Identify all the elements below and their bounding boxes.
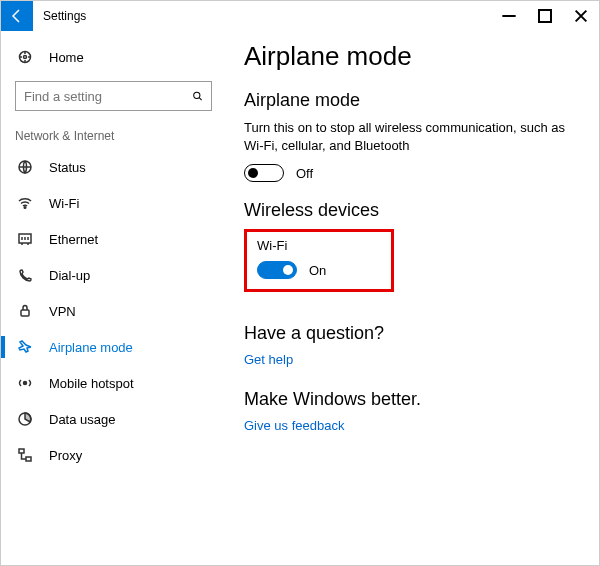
vpn-icon <box>15 303 35 319</box>
sidebar-item-label: Airplane mode <box>49 340 133 355</box>
section-airplane-title: Airplane mode <box>244 90 579 111</box>
svg-rect-10 <box>19 449 24 453</box>
sidebar-section-label: Network & Internet <box>1 125 226 149</box>
page-title: Airplane mode <box>244 41 579 72</box>
svg-point-2 <box>24 56 27 59</box>
airplane-toggle-label: Off <box>296 166 313 181</box>
sidebar-item-wifi[interactable]: Wi-Fi <box>1 185 226 221</box>
sidebar-item-label: Status <box>49 160 86 175</box>
svg-point-5 <box>24 207 26 209</box>
svg-rect-11 <box>26 457 31 461</box>
sidebar-item-label: Dial-up <box>49 268 90 283</box>
window-title: Settings <box>43 9 86 23</box>
question-title: Have a question? <box>244 323 579 344</box>
sidebar-home-label: Home <box>49 50 84 65</box>
svg-point-8 <box>24 382 27 385</box>
minimize-icon <box>501 8 517 24</box>
sidebar-item-dialup[interactable]: Dial-up <box>1 257 226 293</box>
sidebar-item-airplane[interactable]: Airplane mode <box>1 329 226 365</box>
wifi-label: Wi-Fi <box>257 238 381 253</box>
hotspot-icon <box>15 375 35 391</box>
status-icon <box>15 159 35 175</box>
sidebar-item-label: Ethernet <box>49 232 98 247</box>
feedback-title: Make Windows better. <box>244 389 579 410</box>
sidebar-item-ethernet[interactable]: Ethernet <box>1 221 226 257</box>
minimize-button[interactable] <box>491 1 527 31</box>
highlight-box: Wi-Fi On <box>244 229 394 292</box>
sidebar-item-vpn[interactable]: VPN <box>1 293 226 329</box>
wifi-toggle-label: On <box>309 263 326 278</box>
sidebar: Home Network & Internet Status Wi-Fi Eth… <box>1 31 226 565</box>
arrow-left-icon <box>9 8 25 24</box>
maximize-button[interactable] <box>527 1 563 31</box>
sidebar-item-status[interactable]: Status <box>1 149 226 185</box>
sidebar-item-label: Data usage <box>49 412 116 427</box>
sidebar-item-label: Proxy <box>49 448 82 463</box>
home-icon <box>15 49 35 65</box>
svg-rect-0 <box>539 10 551 22</box>
section-airplane-desc: Turn this on to stop all wireless commun… <box>244 119 579 154</box>
sidebar-item-proxy[interactable]: Proxy <box>1 437 226 473</box>
feedback-link[interactable]: Give us feedback <box>244 418 579 433</box>
close-button[interactable] <box>563 1 599 31</box>
sidebar-item-label: VPN <box>49 304 76 319</box>
search-input[interactable] <box>24 89 192 104</box>
sidebar-item-label: Mobile hotspot <box>49 376 134 391</box>
get-help-link[interactable]: Get help <box>244 352 579 367</box>
ethernet-icon <box>15 231 35 247</box>
svg-rect-7 <box>21 310 29 316</box>
dialup-icon <box>15 267 35 283</box>
sidebar-item-hotspot[interactable]: Mobile hotspot <box>1 365 226 401</box>
airplane-toggle[interactable] <box>244 164 284 182</box>
proxy-icon <box>15 447 35 463</box>
maximize-icon <box>537 8 553 24</box>
wifi-icon <box>15 195 35 211</box>
back-button[interactable] <box>1 1 33 31</box>
close-icon <box>573 8 589 24</box>
wifi-toggle[interactable] <box>257 261 297 279</box>
sidebar-item-label: Wi-Fi <box>49 196 79 211</box>
sidebar-item-datausage[interactable]: Data usage <box>1 401 226 437</box>
svg-point-3 <box>194 92 200 98</box>
datausage-icon <box>15 411 35 427</box>
search-box[interactable] <box>15 81 212 111</box>
section-wireless-title: Wireless devices <box>244 200 579 221</box>
sidebar-home[interactable]: Home <box>1 39 226 75</box>
search-icon <box>192 88 203 104</box>
content-area: Airplane mode Airplane mode Turn this on… <box>226 31 599 565</box>
airplane-icon <box>15 339 35 355</box>
